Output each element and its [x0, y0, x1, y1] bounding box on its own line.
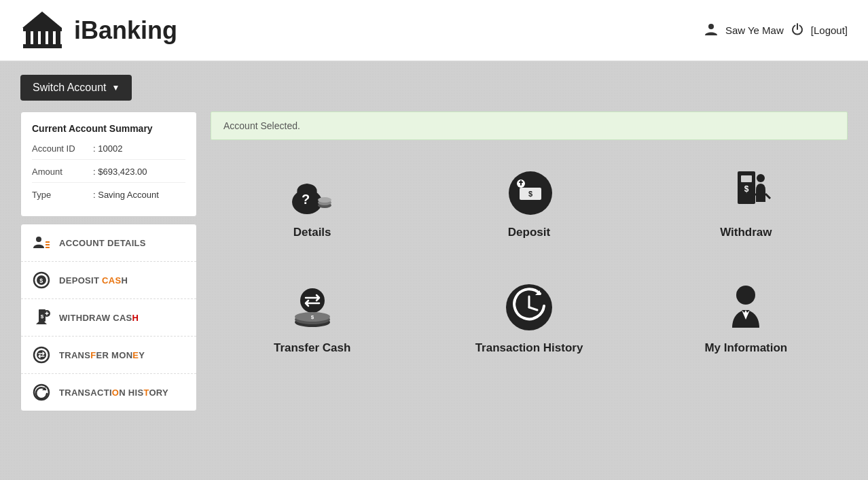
action-card-transfer-cash[interactable]: $ Transfer Cash [211, 267, 414, 368]
svg-point-45 [736, 286, 755, 305]
svg-point-20 [37, 350, 46, 360]
sidebar-item-deposit-cash-label: DEPOSIT CASH [59, 275, 128, 286]
svg-text:$: $ [41, 313, 44, 320]
withdraw-cash-icon: $ [32, 308, 51, 327]
dropdown-caret-icon: ▼ [112, 83, 120, 92]
details-label: Details [293, 226, 331, 239]
svg-text:$: $ [39, 277, 43, 284]
details-icon: ? [285, 165, 340, 219]
svg-text:$: $ [528, 190, 532, 198]
svg-text:$: $ [310, 314, 314, 320]
transaction-history-icon [32, 383, 51, 402]
power-icon [791, 22, 804, 38]
account-summary-box: Current Account Summary Account ID : 100… [20, 112, 197, 217]
side-menu: ACCOUNT DETAILS $ DEPOSIT CASH [20, 224, 197, 411]
withdraw-label: Withdraw [720, 226, 772, 239]
sidebar-item-transfer-money-label: TRANSFER MONEY [59, 350, 145, 360]
action-card-withdraw[interactable]: $ Withdraw [645, 151, 848, 253]
action-card-transaction-history[interactable]: Transaction History [427, 267, 630, 368]
main-content: Switch Account ▼ Current Account Summary… [0, 61, 868, 425]
svg-rect-10 [46, 241, 50, 243]
account-selected-banner: Account Selected. [211, 112, 848, 140]
svg-rect-32 [741, 175, 752, 182]
summary-row-type: Type : Saving Account [32, 190, 185, 205]
svg-text:?: ? [302, 192, 310, 207]
transfer-money-icon [32, 345, 51, 364]
account-details-icon [32, 233, 51, 252]
withdraw-icon: $ [719, 165, 773, 219]
logout-button[interactable]: [Logout] [811, 24, 848, 36]
transfer-cash-icon: $ [285, 280, 340, 335]
sidebar-item-account-details[interactable]: ACCOUNT DETAILS [21, 224, 196, 262]
action-grid: ? Details [211, 151, 848, 368]
switch-account-button[interactable]: Switch Account ▼ [20, 75, 132, 101]
sidebar-item-transfer-money[interactable]: TRANSFER MONEY [21, 337, 196, 374]
svg-rect-6 [56, 31, 60, 44]
type-label: Type [32, 190, 93, 200]
transaction-history-action-label: Transaction History [475, 341, 583, 355]
summary-row-amount: Amount : $693,423.00 [32, 167, 185, 183]
svg-line-36 [765, 194, 770, 199]
bank-icon [20, 9, 65, 52]
right-panel: Account Selected. ? [211, 112, 848, 411]
svg-rect-2 [26, 31, 31, 44]
user-icon [704, 22, 719, 39]
action-card-details[interactable]: ? Details [211, 151, 414, 253]
svg-point-26 [318, 197, 331, 203]
svg-rect-1 [23, 44, 62, 48]
sidebar-item-deposit-cash[interactable]: $ DEPOSIT CASH [21, 262, 196, 299]
header-right: Saw Ye Maw [Logout] [704, 22, 848, 39]
switch-account-label: Switch Account [33, 82, 107, 94]
deposit-icon: $ [502, 165, 556, 219]
content-area: Current Account Summary Account ID : 100… [20, 112, 848, 411]
action-card-deposit[interactable]: $ Deposit [427, 151, 630, 253]
user-name: Saw Ye Maw [725, 24, 784, 36]
svg-marker-7 [22, 12, 62, 28]
sidebar-item-account-details-label: ACCOUNT DETAILS [59, 238, 146, 248]
amount-value: : $693,423.00 [93, 167, 147, 177]
my-information-label: My Information [704, 341, 787, 355]
account-id-value: : 10002 [93, 143, 122, 154]
svg-rect-3 [33, 31, 38, 44]
svg-rect-11 [46, 244, 50, 245]
svg-point-34 [757, 174, 765, 182]
action-card-my-information[interactable]: My Information [645, 267, 848, 368]
account-id-label: Account ID [32, 143, 93, 154]
my-information-icon [719, 280, 773, 335]
left-panel: Current Account Summary Account ID : 100… [20, 112, 197, 411]
transaction-history-action-icon [502, 280, 556, 335]
header: iBanking Saw Ye Maw [Logout] [0, 0, 868, 61]
account-summary-title: Current Account Summary [32, 123, 185, 134]
svg-rect-12 [46, 247, 50, 248]
amount-label: Amount [32, 167, 93, 177]
summary-row-id: Account ID : 10002 [32, 143, 185, 160]
sidebar-item-withdraw-cash-label: WITHDRAW CASH [59, 313, 139, 323]
deposit-label: Deposit [508, 226, 550, 239]
type-value: : Saving Account [93, 190, 159, 200]
transfer-cash-label: Transfer Cash [274, 341, 350, 355]
deposit-cash-icon: $ [32, 271, 51, 290]
svg-text:$: $ [744, 184, 749, 194]
svg-point-8 [708, 24, 714, 29]
sidebar-item-transaction-history[interactable]: TRANSACTION HISTORY [21, 374, 196, 411]
svg-rect-5 [48, 31, 53, 44]
svg-rect-4 [41, 31, 46, 44]
sidebar-item-withdraw-cash[interactable]: $ WITHDRAW CASH [21, 299, 196, 337]
brand-name: iBanking [74, 16, 177, 45]
logo-area: iBanking [20, 9, 177, 52]
svg-rect-0 [23, 28, 62, 31]
svg-point-9 [36, 237, 41, 242]
svg-point-37 [300, 288, 325, 313]
sidebar-item-transaction-history-label: TRANSACTION HISTORY [59, 388, 168, 398]
